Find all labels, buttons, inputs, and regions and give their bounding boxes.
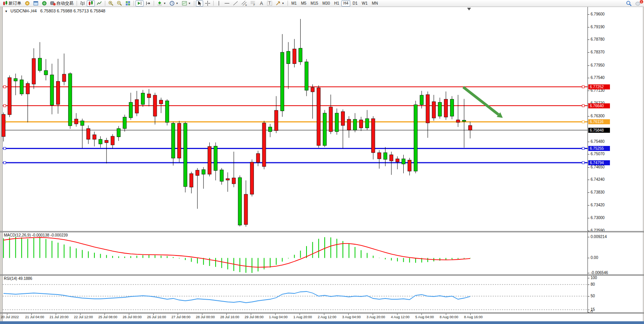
candle-body — [281, 52, 284, 111]
axis-tick-label: 0.00 — [591, 255, 598, 260]
date-tick — [348, 314, 349, 315]
candle-body — [44, 70, 48, 75]
trend-arrow[interactable] — [463, 87, 498, 115]
candle-body — [202, 170, 205, 174]
line-handle[interactable] — [582, 147, 584, 149]
candle-body — [92, 135, 96, 139]
candle-body — [250, 162, 254, 194]
date-label: 3 Aug 04:00 — [342, 315, 361, 319]
axis-tick — [587, 78, 589, 78]
candle-body — [426, 94, 430, 123]
date-label: 27 Jul 08:00 — [171, 315, 190, 319]
candle-body — [317, 88, 320, 146]
candle-body — [396, 159, 399, 162]
candle-body — [341, 111, 344, 125]
panel-separator[interactable] — [0, 274, 644, 276]
bid-price-label: 6.75848 — [588, 128, 610, 133]
line-handle[interactable] — [582, 105, 584, 107]
date-tick — [397, 314, 397, 315]
date-label: 26 Jul 00:00 — [123, 315, 142, 319]
date-tick — [202, 314, 202, 315]
candle-body — [196, 170, 199, 176]
candle-body — [141, 93, 145, 105]
axis-tick — [587, 27, 589, 27]
axis-tick — [587, 296, 589, 297]
date-tick — [31, 314, 32, 315]
candle-body — [456, 120, 460, 122]
price-line-label: 6.76640 — [588, 103, 610, 108]
candle-body — [178, 123, 181, 158]
date-tick — [446, 314, 446, 315]
candle-body — [159, 100, 163, 104]
date-tick — [178, 314, 178, 315]
candle-body — [468, 125, 472, 130]
candle-body — [269, 127, 272, 132]
date-tick — [373, 314, 373, 315]
date-label: 21 Jul 04:00 — [25, 315, 44, 319]
macd-signal-line — [3, 237, 470, 267]
date-tick — [153, 314, 154, 315]
candle-body — [153, 95, 157, 116]
axis-tick — [587, 205, 589, 206]
candle-body — [50, 75, 54, 105]
date-label: 21 Jul 20:00 — [50, 315, 69, 319]
candle-body — [32, 58, 36, 84]
candle-body — [171, 123, 175, 158]
date-tick — [324, 314, 324, 315]
candle-body — [287, 51, 290, 64]
candle-body — [147, 94, 151, 98]
date-label: 26 Jul 16:00 — [147, 315, 166, 319]
date-label: 8 Aug 00:00 — [440, 315, 458, 319]
candle-body — [323, 113, 326, 146]
candle-body — [293, 49, 296, 63]
date-tick — [104, 314, 105, 315]
line-handle[interactable] — [582, 86, 584, 88]
panel-separator[interactable] — [0, 312, 644, 314]
candle-body — [402, 159, 405, 164]
candle-body — [244, 194, 248, 225]
line-handle[interactable] — [3, 161, 6, 164]
axis-tick — [587, 142, 589, 142]
line-handle[interactable] — [3, 147, 6, 149]
rsi-line — [3, 291, 470, 303]
candle-body — [274, 110, 278, 131]
candle-body — [305, 62, 308, 90]
candle-body — [432, 102, 435, 118]
line-handle[interactable] — [582, 121, 584, 123]
axis-tick — [587, 154, 589, 154]
candle-body — [2, 114, 5, 136]
date-label: 20 Jul 2022 — [1, 315, 19, 319]
candle-body — [414, 105, 417, 171]
candle-body — [450, 99, 454, 116]
line-handle[interactable] — [3, 86, 6, 88]
line-handle[interactable] — [3, 105, 6, 107]
date-tick — [80, 314, 80, 315]
candle-body — [262, 123, 266, 166]
candle-body — [129, 102, 132, 118]
date-label: 1 Aug 04:00 — [269, 315, 288, 319]
axis-tick-label: 6.75070 — [591, 152, 605, 156]
date-label: 1 Aug 20:00 — [293, 315, 312, 319]
axis-tick — [587, 65, 589, 66]
axis-tick — [587, 52, 589, 53]
date-tick — [226, 314, 227, 315]
axis-tick-label: 6.73420 — [591, 203, 605, 207]
price-line-label: 6.74794 — [588, 160, 610, 165]
axis-tick — [587, 180, 589, 180]
axis-tick — [587, 237, 589, 237]
axis-tick — [587, 91, 589, 91]
candle-body — [329, 107, 332, 132]
axis-tick-label: 0.009214 — [591, 235, 607, 239]
date-label: 25 Jul 08:00 — [98, 315, 117, 319]
candle-body — [99, 139, 102, 144]
candle-body — [438, 102, 442, 116]
axis-tick-label: 100 — [591, 276, 597, 280]
chart-shift-marker-icon[interactable] — [467, 8, 471, 10]
date-tick — [56, 314, 56, 315]
axis-tick-label: 50 — [591, 294, 595, 298]
line-handle[interactable] — [582, 161, 584, 164]
candle-body — [311, 87, 314, 92]
candle-body — [87, 129, 90, 139]
axis-tick-label: 6.79600 — [591, 12, 605, 16]
panel-separator[interactable] — [0, 231, 644, 232]
